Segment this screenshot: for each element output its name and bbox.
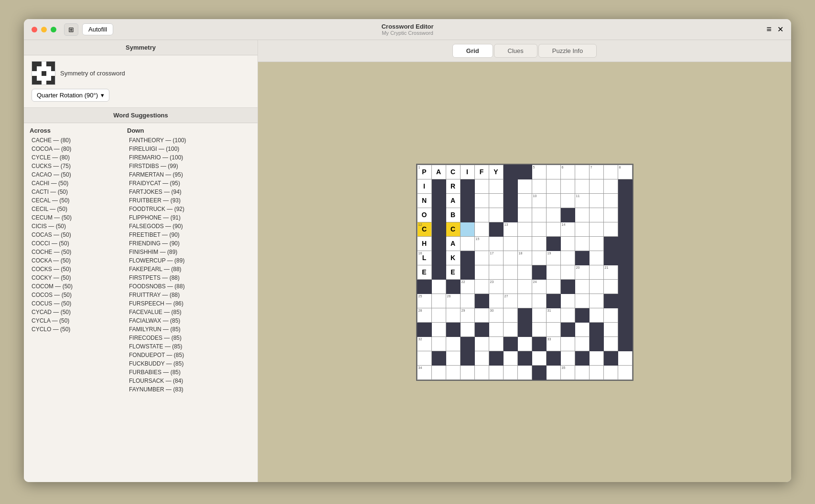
table-row[interactable] — [575, 165, 589, 179]
table-row[interactable] — [517, 351, 532, 365]
table-row[interactable]: 29 — [460, 308, 474, 322]
down-item[interactable]: FRUITBEER — (93) — [127, 196, 252, 205]
table-row[interactable] — [431, 322, 446, 336]
table-row[interactable] — [618, 365, 632, 379]
close-button[interactable] — [32, 27, 37, 32]
table-row[interactable] — [532, 208, 546, 222]
across-item[interactable]: COCOM — (50) — [30, 282, 125, 291]
table-row[interactable] — [517, 236, 532, 251]
table-row[interactable] — [503, 165, 517, 179]
across-item[interactable]: COCUS — (50) — [30, 299, 125, 308]
down-item[interactable]: FRAIDYCAT — (95) — [127, 179, 252, 188]
table-row[interactable] — [603, 365, 618, 379]
table-row[interactable] — [618, 322, 632, 336]
table-row[interactable] — [489, 322, 503, 336]
table-row[interactable]: 32 — [417, 336, 431, 351]
table-row[interactable] — [575, 336, 589, 351]
table-row[interactable]: 6 — [560, 165, 575, 179]
table-row[interactable]: 10 — [532, 193, 546, 208]
table-row[interactable]: 23 — [489, 279, 503, 294]
table-row[interactable] — [489, 236, 503, 251]
close-icon[interactable]: ✕ — [777, 25, 783, 34]
table-row[interactable] — [503, 365, 517, 379]
table-row[interactable]: 30 — [489, 308, 503, 322]
table-row[interactable] — [503, 351, 517, 365]
autofill-button[interactable]: Autofill — [82, 23, 113, 35]
table-row[interactable] — [503, 322, 517, 336]
table-row[interactable] — [589, 279, 603, 294]
tab-clues[interactable]: Clues — [494, 44, 537, 58]
table-row[interactable]: 14 — [560, 222, 575, 236]
table-row[interactable] — [575, 179, 589, 193]
table-row[interactable] — [517, 365, 532, 379]
table-row[interactable] — [460, 208, 474, 222]
table-row[interactable] — [474, 336, 489, 351]
down-item[interactable]: FLOWERCUP — (89) — [127, 256, 252, 265]
table-row[interactable] — [575, 308, 589, 322]
table-row[interactable] — [474, 351, 489, 365]
table-row[interactable] — [431, 279, 446, 294]
down-item[interactable]: FAKEPEARL — (88) — [127, 265, 252, 273]
table-row[interactable] — [618, 336, 632, 351]
table-row[interactable] — [517, 208, 532, 222]
table-row[interactable] — [503, 251, 517, 265]
table-row[interactable] — [560, 208, 575, 222]
table-row[interactable] — [474, 294, 489, 308]
tab-puzzle-info[interactable]: Puzzle Info — [538, 44, 597, 58]
table-row[interactable] — [589, 222, 603, 236]
table-row[interactable] — [589, 322, 603, 336]
table-row[interactable] — [503, 279, 517, 294]
across-item[interactable]: CACHE — (80) — [30, 136, 125, 145]
table-row[interactable] — [489, 193, 503, 208]
across-item[interactable]: CYCAD — (50) — [30, 308, 125, 316]
table-row[interactable] — [503, 208, 517, 222]
table-row[interactable]: O — [417, 208, 431, 222]
table-row[interactable] — [575, 279, 589, 294]
table-row[interactable] — [446, 308, 460, 322]
table-row[interactable]: 15 — [474, 236, 489, 251]
down-item[interactable]: FACIALWAX — (85) — [127, 316, 252, 325]
table-row[interactable]: 11 — [575, 193, 589, 208]
tab-grid[interactable]: Grid — [452, 44, 493, 58]
table-row[interactable] — [603, 279, 618, 294]
table-row[interactable]: I — [460, 165, 474, 179]
table-row[interactable] — [618, 251, 632, 265]
table-row[interactable] — [546, 279, 560, 294]
table-row[interactable] — [560, 308, 575, 322]
table-row[interactable] — [546, 322, 560, 336]
table-row[interactable] — [560, 322, 575, 336]
table-row[interactable] — [517, 308, 532, 322]
table-row[interactable] — [460, 336, 474, 351]
table-row[interactable] — [460, 236, 474, 251]
table-row[interactable] — [460, 294, 474, 308]
table-row[interactable] — [603, 294, 618, 308]
down-item[interactable]: FIRSTPETS — (88) — [127, 273, 252, 282]
crossword-grid[interactable]: 1PACIFY5678IRNA1011OB12CC1314HA1516LK171… — [416, 164, 633, 381]
table-row[interactable]: 28 — [417, 308, 431, 322]
table-row[interactable] — [489, 336, 503, 351]
table-row[interactable] — [603, 351, 618, 365]
table-row[interactable] — [460, 222, 474, 236]
down-item[interactable]: FIRELUIGI — (100) — [127, 145, 252, 153]
table-row[interactable] — [589, 251, 603, 265]
down-item[interactable]: FURSPEECH — (86) — [127, 299, 252, 308]
across-item[interactable]: COCOA — (80) — [30, 145, 125, 153]
across-item[interactable]: CYCLE — (80) — [30, 153, 125, 162]
table-row[interactable] — [603, 322, 618, 336]
table-row[interactable] — [474, 365, 489, 379]
table-row[interactable] — [532, 265, 546, 279]
table-row[interactable] — [532, 336, 546, 351]
across-item[interactable]: CYCLO — (50) — [30, 325, 125, 334]
menu-icon[interactable]: ≡ — [766, 24, 772, 34]
down-item[interactable]: FARMERTAN — (95) — [127, 170, 252, 179]
sidebar-toggle-button[interactable]: ⊞ — [64, 23, 78, 36]
table-row[interactable]: C — [446, 222, 460, 236]
table-row[interactable] — [431, 193, 446, 208]
table-row[interactable] — [489, 365, 503, 379]
table-row[interactable]: 26 — [446, 294, 460, 308]
table-row[interactable] — [474, 179, 489, 193]
table-row[interactable] — [560, 236, 575, 251]
table-row[interactable]: 21 — [603, 265, 618, 279]
table-row[interactable]: 20 — [575, 265, 589, 279]
table-row[interactable] — [503, 236, 517, 251]
